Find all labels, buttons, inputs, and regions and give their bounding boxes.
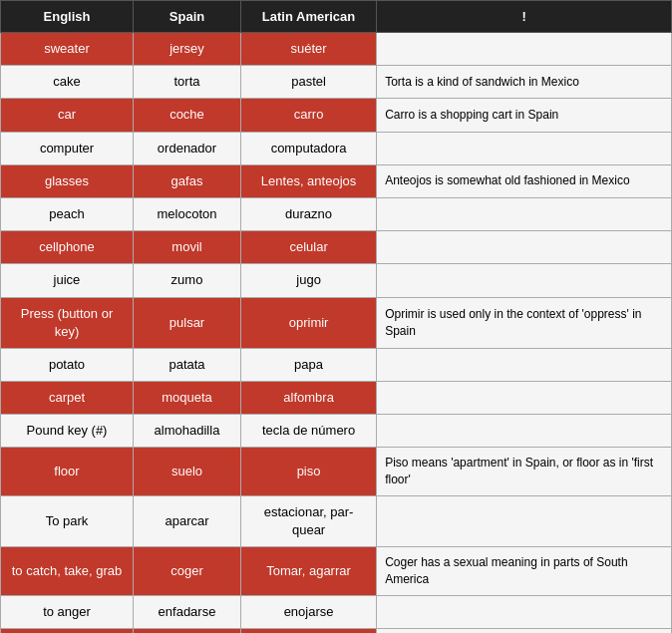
cell-note bbox=[377, 231, 672, 264]
cell-note bbox=[377, 264, 672, 297]
cell-english: to anger bbox=[1, 596, 134, 629]
cell-english: to catch, take, grab bbox=[1, 547, 134, 596]
cell-english: carpet bbox=[1, 382, 134, 415]
cell-spain: coger bbox=[133, 547, 240, 596]
cell-english: To park bbox=[1, 496, 134, 547]
cell-english: peach bbox=[1, 197, 134, 230]
cell-note bbox=[377, 415, 672, 448]
table-row: to angerenfadarseenojarse bbox=[1, 596, 672, 629]
cell-note bbox=[377, 596, 672, 629]
cell-english: potato bbox=[1, 348, 134, 381]
cell-note: Anteojos is somewhat old fashioned in Me… bbox=[377, 164, 672, 197]
cell-english: floor bbox=[1, 448, 134, 496]
cell-latin: extrañar bbox=[241, 629, 377, 633]
table-row: cellphonemovilcelular bbox=[1, 231, 672, 264]
cell-latin: jugo bbox=[241, 264, 377, 297]
table-row: juicezumojugo bbox=[1, 264, 672, 297]
table-row: carcochecarroCarro is a shopping cart in… bbox=[1, 99, 672, 132]
cell-latin: Tomar, agarrar bbox=[241, 547, 377, 596]
cell-spain: suelo bbox=[133, 448, 240, 496]
cell-note: Oprimir is used only in the context of '… bbox=[377, 297, 672, 348]
cell-english: car bbox=[1, 99, 134, 132]
cell-spain: zumo bbox=[133, 264, 240, 297]
cell-latin: enojarse bbox=[241, 596, 377, 629]
header-latin: Latin American bbox=[241, 1, 377, 33]
vocabulary-table: English Spain Latin American ! sweaterje… bbox=[0, 0, 672, 633]
cell-note bbox=[377, 348, 672, 381]
cell-note bbox=[377, 382, 672, 415]
cell-note: Coger has a sexual meaning in parts of S… bbox=[377, 547, 672, 596]
cell-english: computer bbox=[1, 132, 134, 164]
table-row: To parkaparcarestacionar, par-quear bbox=[1, 496, 672, 547]
cell-spain: almohadilla bbox=[133, 415, 240, 448]
cell-note bbox=[377, 496, 672, 547]
table-row: carpetmoquetaalfombra bbox=[1, 382, 672, 415]
cell-english: sweater bbox=[1, 33, 134, 66]
cell-note bbox=[377, 629, 672, 633]
cell-latin: tecla de número bbox=[241, 415, 377, 448]
cell-spain: aparcar bbox=[133, 496, 240, 547]
cell-spain: torta bbox=[133, 66, 240, 99]
cell-latin: pastel bbox=[241, 66, 377, 99]
cell-spain: jersey bbox=[133, 33, 240, 66]
cell-latin: piso bbox=[241, 448, 377, 496]
cell-spain: ordenador bbox=[133, 132, 240, 164]
cell-latin: durazno bbox=[241, 197, 377, 230]
header-note: ! bbox=[377, 1, 672, 33]
table-row: glassesgafasLentes, anteojosAnteojos is … bbox=[1, 164, 672, 197]
cell-latin: carro bbox=[241, 99, 377, 132]
table-row: computerordenadorcomputadora bbox=[1, 132, 672, 164]
cell-spain: coche bbox=[133, 99, 240, 132]
cell-spain: moqueta bbox=[133, 382, 240, 415]
cell-english: Pound key (#) bbox=[1, 415, 134, 448]
table-row: to miss (someone)echar de menosextrañar bbox=[1, 629, 672, 633]
cell-note: Torta is a kind of sandwich in Mexico bbox=[377, 66, 672, 99]
table-row: Press (button or key)pulsaroprimirOprimi… bbox=[1, 297, 672, 348]
cell-spain: enfadarse bbox=[133, 596, 240, 629]
cell-latin: estacionar, par-quear bbox=[241, 496, 377, 547]
header-spain: Spain bbox=[133, 1, 240, 33]
table-row: peachmelocotondurazno bbox=[1, 197, 672, 230]
cell-english: cellphone bbox=[1, 231, 134, 264]
cell-latin: suéter bbox=[241, 33, 377, 66]
table-row: Pound key (#)almohadillatecla de número bbox=[1, 415, 672, 448]
cell-english: to miss (someone) bbox=[1, 629, 134, 633]
table-row: potatopatatapapa bbox=[1, 348, 672, 381]
cell-english: glasses bbox=[1, 164, 134, 197]
cell-spain: echar de menos bbox=[133, 629, 240, 633]
cell-note bbox=[377, 197, 672, 230]
cell-latin: Lentes, anteojos bbox=[241, 164, 377, 197]
cell-note bbox=[377, 132, 672, 164]
header-english: English bbox=[1, 1, 134, 33]
cell-note bbox=[377, 33, 672, 66]
cell-latin: oprimir bbox=[241, 297, 377, 348]
cell-note: Carro is a shopping cart in Spain bbox=[377, 99, 672, 132]
cell-english: Press (button or key) bbox=[1, 297, 134, 348]
cell-latin: alfombra bbox=[241, 382, 377, 415]
table-row: to catch, take, grabcogerTomar, agarrarC… bbox=[1, 547, 672, 596]
table-row: floorsuelopisoPiso means 'apartment' in … bbox=[1, 448, 672, 496]
cell-english: juice bbox=[1, 264, 134, 297]
cell-latin: papa bbox=[241, 348, 377, 381]
cell-spain: patata bbox=[133, 348, 240, 381]
cell-spain: gafas bbox=[133, 164, 240, 197]
table-row: caketortapastelTorta is a kind of sandwi… bbox=[1, 66, 672, 99]
cell-spain: movil bbox=[133, 231, 240, 264]
table-row: sweaterjerseysuéter bbox=[1, 33, 672, 66]
cell-note: Piso means 'apartment' in Spain, or floo… bbox=[377, 448, 672, 496]
cell-english: cake bbox=[1, 66, 134, 99]
cell-latin: computadora bbox=[241, 132, 377, 164]
cell-spain: pulsar bbox=[133, 297, 240, 348]
cell-latin: celular bbox=[241, 231, 377, 264]
cell-spain: melocoton bbox=[133, 197, 240, 230]
